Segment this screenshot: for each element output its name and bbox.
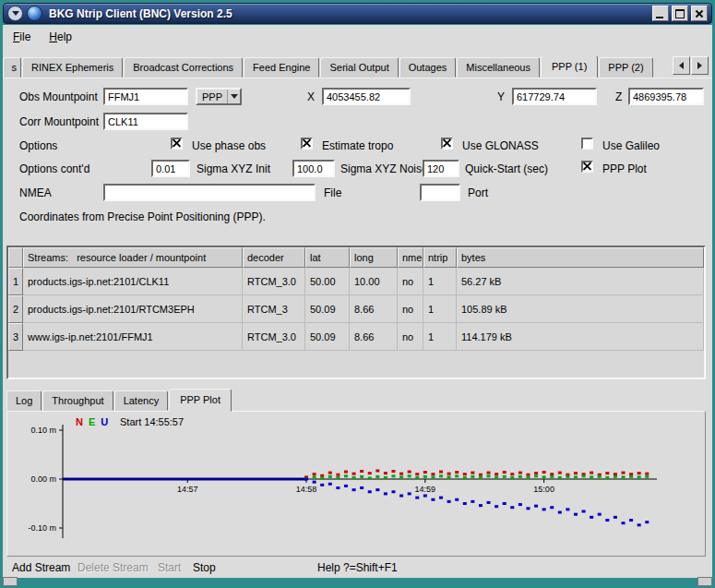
ppp-plot-label: PPP Plot	[602, 162, 647, 175]
nmea-port-input[interactable]	[420, 184, 460, 201]
x-coordinate-label: X	[307, 90, 315, 103]
cell-mountpoint: www.igs-ip.net:2101/FFMJ1	[23, 323, 243, 351]
tab-miscellaneous[interactable]: Miscellaneous	[457, 57, 540, 78]
close-button[interactable]	[691, 6, 708, 21]
stop-button[interactable]: Stop	[193, 561, 216, 574]
column-header-decoder[interactable]: decoder	[243, 247, 305, 268]
cell-decoder: RTCM_3.0	[243, 268, 305, 295]
column-header-nmea[interactable]: nmea	[398, 247, 423, 268]
tab-rinex-ephemeris[interactable]: RINEX Ephemeris	[22, 57, 123, 78]
nmea-label: NMEA	[19, 186, 52, 199]
tab-throughput[interactable]: Throughput	[42, 390, 113, 411]
table-row[interactable]: 1 products.igs-ip.net:2101/CLK11 RTCM_3.…	[8, 268, 704, 295]
cell-bytes: 105.89 kB	[457, 295, 704, 323]
menu-help[interactable]: Help	[42, 28, 78, 46]
use-phase-obs-checkbox[interactable]	[171, 138, 183, 150]
estimate-tropo-checkbox[interactable]	[301, 138, 313, 150]
row-number[interactable]: 1	[8, 268, 23, 295]
tab-ppp-2[interactable]: PPP (2)	[599, 57, 652, 78]
port-label: Port	[468, 186, 488, 199]
triangle-left-icon	[679, 62, 684, 69]
column-header-long[interactable]: long	[350, 247, 398, 268]
maximize-button[interactable]	[672, 6, 688, 21]
ppp-form: Obs Mountpoint PPP X Y Z Corr Mountpoint…	[3, 78, 712, 245]
ppp-plot-checkbox[interactable]	[581, 161, 593, 173]
obs-mountpoint-input[interactable]	[103, 88, 188, 105]
cell-nmea: no	[398, 295, 423, 323]
quickstart-input[interactable]	[423, 160, 459, 177]
nmea-file-input[interactable]	[103, 184, 316, 201]
sigma-xyz-noise-input[interactable]	[292, 160, 335, 177]
x-coordinate-input[interactable]	[322, 88, 411, 105]
y-coordinate-input[interactable]	[512, 88, 597, 105]
table-row[interactable]: 2 products.igs-ip.net:2101/RTCM3EPH RTCM…	[8, 295, 704, 323]
cell-bytes: 114.179 kB	[457, 323, 704, 351]
estimate-tropo-label: Estimate tropo	[322, 139, 393, 152]
cell-long: 8.66	[350, 295, 398, 323]
cell-decoder: RTCM_3	[243, 295, 305, 323]
use-galileo-checkbox[interactable]	[581, 138, 593, 150]
cell-lat: 50.09	[305, 323, 350, 351]
resize-grip-left[interactable]	[3, 577, 18, 586]
plot-start-label: Start 14:55:57	[120, 416, 184, 427]
add-stream-button[interactable]: Add Stream	[12, 561, 70, 574]
window-title: BKG Ntrip Client (BNC) Version 2.5	[49, 7, 232, 20]
options-contd-label: Options cont'd	[19, 162, 89, 175]
ppp-mode-combobox[interactable]: PPP	[196, 88, 242, 105]
column-header-lat[interactable]: lat	[305, 247, 350, 268]
tab-clipped[interactable]: s	[3, 57, 21, 78]
cell-mountpoint: products.igs-ip.net:2101/RTCM3EPH	[23, 295, 243, 323]
tab-ppp-1[interactable]: PPP (1)	[541, 56, 598, 78]
start-button: Start	[158, 561, 181, 574]
legend-north: N	[76, 416, 83, 427]
action-bar: Add Stream Delete Stream Start Stop Help…	[3, 561, 712, 580]
ppp-note: Coordinates from Precise Point Positioni…	[19, 210, 266, 223]
tab-serial-output[interactable]: Serial Output	[320, 57, 398, 78]
row-number[interactable]: 2	[8, 295, 23, 323]
help-shortcut-label: Help ?=Shift+F1	[317, 561, 398, 574]
resize-grip-right[interactable]	[697, 577, 712, 586]
cell-bytes: 56.27 kB	[457, 268, 704, 295]
svg-text:14:58: 14:58	[296, 485, 317, 494]
sigma-xyz-init-input[interactable]	[151, 160, 190, 177]
combo-dropdown-zone[interactable]	[227, 90, 240, 103]
tab-feed-engine[interactable]: Feed Engine	[244, 57, 319, 78]
minimize-button[interactable]	[652, 6, 669, 21]
cell-ntrip: 1	[423, 323, 457, 351]
z-coordinate-input[interactable]	[628, 88, 704, 105]
chevron-down-icon	[12, 11, 19, 16]
titlebar: BKG Ntrip Client (BNC) Version 2.5	[3, 3, 712, 24]
column-header-mountpoint[interactable]: Streams: resource loader / mountpoint	[23, 247, 243, 268]
tab-scroll-left-button[interactable]	[673, 56, 690, 75]
ppp-plot-panel: N E U Start 14:55:57 0.10 m0.00 m-0.10 m…	[6, 411, 706, 557]
log-tabbar: Log Throughput Latency PPP Plot	[6, 390, 706, 411]
tab-log[interactable]: Log	[6, 390, 42, 411]
column-header-bytes[interactable]: bytes	[457, 247, 704, 268]
bnc-window: BKG Ntrip Client (BNC) Version 2.5 File …	[0, 0, 715, 588]
menu-file[interactable]: File	[6, 28, 37, 46]
use-glonass-label: Use GLONASS	[462, 139, 539, 152]
cell-long: 10.00	[350, 268, 398, 295]
tab-latency[interactable]: Latency	[114, 390, 169, 411]
column-header-ntrip[interactable]: ntrip	[423, 247, 457, 268]
window-body: File Help s RINEX Ephemeris Broadcast Co…	[3, 25, 712, 578]
svg-text:14:59: 14:59	[415, 485, 436, 494]
corr-mountpoint-input[interactable]	[103, 113, 188, 130]
use-glonass-checkbox[interactable]	[441, 138, 453, 150]
obs-mountpoint-label: Obs Mountpoint	[19, 90, 98, 103]
window-menu-button[interactable]	[7, 6, 23, 21]
svg-text:0.10 m: 0.10 m	[30, 426, 56, 435]
options-label: Options	[19, 139, 57, 152]
file-label: File	[324, 186, 341, 199]
table-row[interactable]: 3 www.igs-ip.net:2101/FFMJ1 RTCM_3.0 50.…	[8, 323, 704, 351]
tab-ppp-plot[interactable]: PPP Plot	[169, 389, 232, 412]
row-number[interactable]: 3	[8, 323, 23, 351]
cell-ntrip: 1	[423, 295, 457, 323]
svg-text:14:57: 14:57	[177, 485, 198, 494]
tab-outages[interactable]: Outages	[399, 57, 457, 78]
tab-broadcast-corrections[interactable]: Broadcast Corrections	[124, 57, 243, 78]
maximize-icon	[675, 9, 685, 18]
plot-legend: N E U	[76, 416, 108, 427]
use-phase-obs-label: Use phase obs	[192, 139, 266, 152]
tab-scroll-right-button[interactable]	[691, 56, 709, 75]
